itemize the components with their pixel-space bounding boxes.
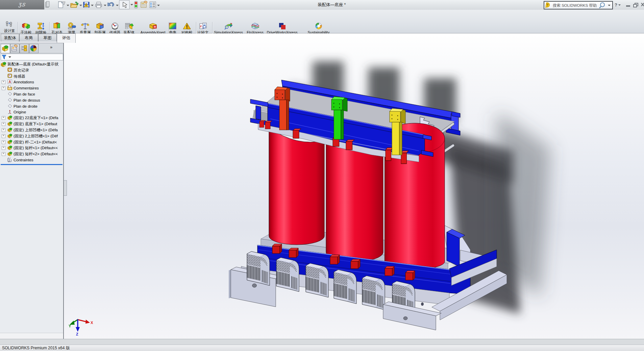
svg-text:Y: Y xyxy=(69,324,71,328)
svg-text:≠: ≠ xyxy=(200,25,202,28)
svg-text:Z: Z xyxy=(76,332,78,336)
svg-text:X: X xyxy=(91,321,93,325)
